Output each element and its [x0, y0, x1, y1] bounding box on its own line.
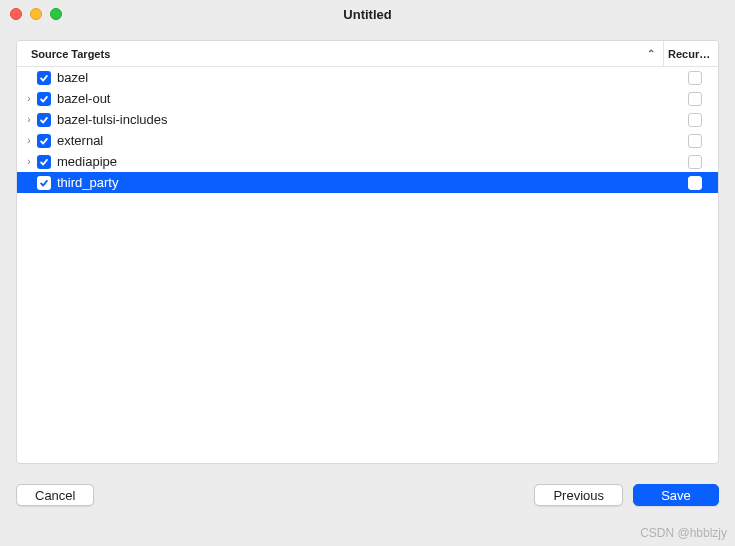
row-label: bazel-tulsi-includes	[57, 112, 678, 127]
column-header-name[interactable]: Source Targets ⌃	[17, 41, 664, 66]
row-label: third_party	[57, 175, 678, 190]
source-checkbox[interactable]	[37, 113, 51, 127]
table-rows: bazel›bazel-out›bazel-tulsi-includes›ext…	[17, 67, 718, 463]
disclosure-triangle-icon[interactable]: ›	[23, 93, 35, 104]
footer: Cancel Previous Save	[0, 464, 735, 526]
watermark: CSDN @hbblzjy	[640, 526, 727, 540]
sort-ascending-icon: ⌃	[647, 48, 663, 59]
row-label: external	[57, 133, 678, 148]
recursive-checkbox[interactable]	[688, 92, 702, 106]
recursive-cell	[678, 134, 718, 148]
recursive-checkbox[interactable]	[688, 134, 702, 148]
table-row[interactable]: ›bazel-tulsi-includes	[17, 109, 718, 130]
source-checkbox[interactable]	[37, 176, 51, 190]
source-checkbox[interactable]	[37, 155, 51, 169]
table-row[interactable]: third_party	[17, 172, 718, 193]
save-button[interactable]: Save	[633, 484, 719, 506]
recursive-cell	[678, 71, 718, 85]
table-row[interactable]: ›mediapipe	[17, 151, 718, 172]
table-row[interactable]: ›external	[17, 130, 718, 151]
source-checkbox[interactable]	[37, 71, 51, 85]
column-header-recursive[interactable]: Recursi…	[664, 48, 718, 60]
recursive-checkbox[interactable]	[688, 155, 702, 169]
source-checkbox[interactable]	[37, 134, 51, 148]
row-label: mediapipe	[57, 154, 678, 169]
source-checkbox[interactable]	[37, 92, 51, 106]
recursive-cell	[678, 155, 718, 169]
recursive-checkbox[interactable]	[688, 71, 702, 85]
disclosure-triangle-icon[interactable]: ›	[23, 156, 35, 167]
column-header-name-label: Source Targets	[31, 48, 110, 60]
disclosure-triangle-icon[interactable]: ›	[23, 114, 35, 125]
content-area: Source Targets ⌃ Recursi… bazel›bazel-ou…	[0, 28, 735, 464]
titlebar: Untitled	[0, 0, 735, 28]
recursive-checkbox[interactable]	[688, 176, 702, 190]
recursive-cell	[678, 92, 718, 106]
recursive-cell	[678, 113, 718, 127]
table-row[interactable]: bazel	[17, 67, 718, 88]
window-title: Untitled	[0, 7, 735, 22]
table-row[interactable]: ›bazel-out	[17, 88, 718, 109]
previous-button[interactable]: Previous	[534, 484, 623, 506]
row-label: bazel	[57, 70, 678, 85]
row-label: bazel-out	[57, 91, 678, 106]
recursive-checkbox[interactable]	[688, 113, 702, 127]
source-targets-panel: Source Targets ⌃ Recursi… bazel›bazel-ou…	[16, 40, 719, 464]
table-header: Source Targets ⌃ Recursi…	[17, 41, 718, 67]
cancel-button[interactable]: Cancel	[16, 484, 94, 506]
recursive-cell	[678, 176, 718, 190]
disclosure-triangle-icon[interactable]: ›	[23, 135, 35, 146]
